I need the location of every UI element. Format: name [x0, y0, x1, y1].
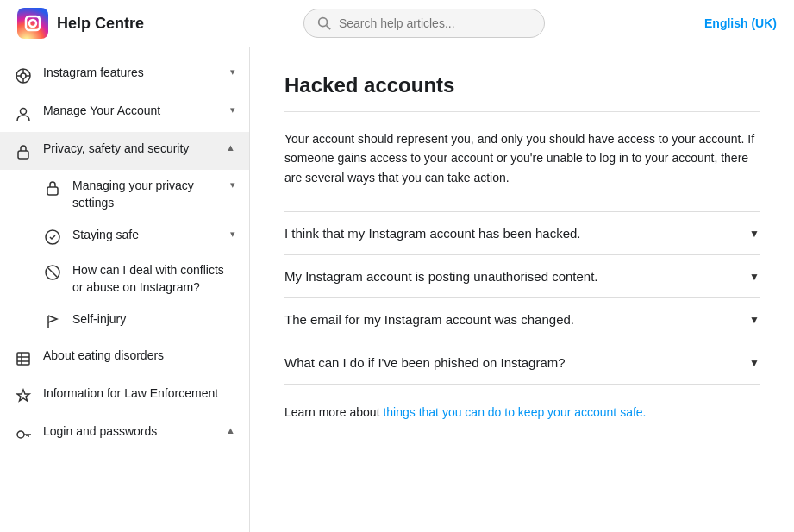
sidebar-label-law-enforcement: Information for Law Enforcement: [43, 385, 235, 403]
chevron-managing-privacy: ▾: [230, 179, 235, 191]
instagram-logo-icon: [17, 8, 48, 39]
lock-small-icon: [43, 178, 62, 197]
circle-grid-icon: [14, 66, 33, 85]
accordion-arrow-3: ▼: [749, 357, 760, 369]
sidebar-label-manage-account: Manage Your Account: [43, 103, 220, 120]
learn-more-prefix: Learn more about: [284, 405, 383, 419]
chevron-login-passwords: ▲: [226, 425, 235, 435]
accordion-label-1: My Instagram account is posting unauthor…: [284, 269, 598, 284]
key-icon: [14, 425, 33, 444]
svg-point-4: [319, 18, 328, 27]
header: Help Centre English (UK): [0, 0, 794, 47]
page-description: Your account should represent you, and o…: [284, 129, 760, 187]
chevron-staying-safe: ▾: [230, 228, 235, 240]
no-circle-icon: [43, 263, 62, 282]
svg-point-12: [21, 109, 27, 115]
chevron-instagram-features: ▾: [230, 66, 235, 78]
sidebar: Instagram features ▾ Manage Your Account…: [0, 47, 250, 532]
sidebar-subitem-conflicts-abuse[interactable]: How can I deal with conflicts or abuse o…: [0, 254, 249, 304]
content-area: Hacked accounts Your account should repr…: [250, 47, 794, 532]
svg-rect-13: [18, 151, 28, 159]
svg-line-17: [48, 268, 57, 277]
chevron-manage-account: ▾: [230, 104, 235, 116]
sidebar-item-law-enforcement[interactable]: Information for Law Enforcement: [0, 377, 249, 415]
sidebar-item-privacy-safety[interactable]: Privacy, safety and security ▲: [0, 132, 249, 170]
accordion-item-3[interactable]: What can I do if I've been phished on In…: [284, 341, 760, 385]
accordion-item-2[interactable]: The email for my Instagram account was c…: [284, 298, 760, 341]
sidebar-item-login-passwords[interactable]: Login and passwords ▲: [0, 415, 249, 453]
svg-rect-18: [17, 353, 29, 365]
accordion-label-0: I think that my Instagram account has be…: [284, 226, 581, 241]
svg-point-3: [38, 16, 41, 19]
sidebar-label-self-injury: Self-injury: [72, 311, 235, 329]
sidebar-label-managing-privacy: Managing your privacy settings: [72, 178, 220, 211]
accordion-label-3: What can I do if I've been phished on In…: [284, 355, 566, 370]
book-icon: [14, 349, 33, 368]
shield-star-icon: [14, 387, 33, 406]
search-icon: [316, 15, 332, 32]
accordion-label-2: The email for my Instagram account was c…: [284, 312, 574, 327]
svg-rect-14: [47, 187, 58, 195]
accordion-arrow-2: ▼: [749, 314, 760, 326]
chevron-privacy-safety: ▲: [226, 142, 235, 153]
accordion-item-0[interactable]: I think that my Instagram account has be…: [284, 211, 760, 255]
logo-area: Help Centre: [17, 8, 144, 39]
main-layout: Instagram features ▾ Manage Your Account…: [0, 47, 794, 532]
search-area: [144, 9, 704, 38]
svg-point-22: [17, 431, 24, 438]
sidebar-subitem-managing-privacy[interactable]: Managing your privacy settings ▾: [0, 170, 249, 219]
sidebar-label-eating-disorders: About eating disorders: [43, 347, 235, 365]
page-title: Hacked accounts: [284, 73, 760, 112]
learn-more-link[interactable]: things that you can do to keep your acco…: [383, 405, 646, 419]
person-icon: [14, 104, 33, 123]
sidebar-label-conflicts-abuse: How can I deal with conflicts or abuse o…: [72, 262, 235, 296]
search-box[interactable]: [303, 9, 545, 38]
sidebar-label-login-passwords: Login and passwords: [43, 423, 216, 441]
sidebar-item-manage-account[interactable]: Manage Your Account ▾: [0, 94, 249, 132]
sidebar-item-instagram-features[interactable]: Instagram features ▾: [0, 56, 249, 94]
svg-line-5: [327, 26, 330, 29]
logo-text: Help Centre: [57, 15, 144, 33]
accordion: I think that my Instagram account has be…: [284, 211, 760, 385]
search-input[interactable]: [339, 16, 532, 30]
svg-point-7: [21, 73, 26, 78]
learn-more-section: Learn more about things that you can do …: [284, 405, 760, 419]
sidebar-label-staying-safe: Staying safe: [72, 227, 220, 244]
sidebar-subitem-self-injury[interactable]: Self-injury: [0, 304, 249, 339]
sidebar-item-eating-disorders[interactable]: About eating disorders: [0, 339, 249, 377]
lock-icon: [14, 142, 33, 161]
language-link[interactable]: English (UK): [704, 16, 777, 30]
accordion-arrow-1: ▼: [749, 271, 760, 283]
accordion-arrow-0: ▼: [749, 228, 760, 240]
accordion-item-1[interactable]: My Instagram account is posting unauthor…: [284, 255, 760, 298]
shield-circle-icon: [43, 228, 62, 247]
flag-icon: [43, 312, 62, 331]
sidebar-subitem-staying-safe[interactable]: Staying safe ▾: [0, 219, 249, 254]
sidebar-label-instagram-features: Instagram features: [43, 65, 220, 82]
sidebar-label-privacy-safety: Privacy, safety and security: [43, 141, 216, 158]
svg-rect-0: [17, 8, 48, 39]
